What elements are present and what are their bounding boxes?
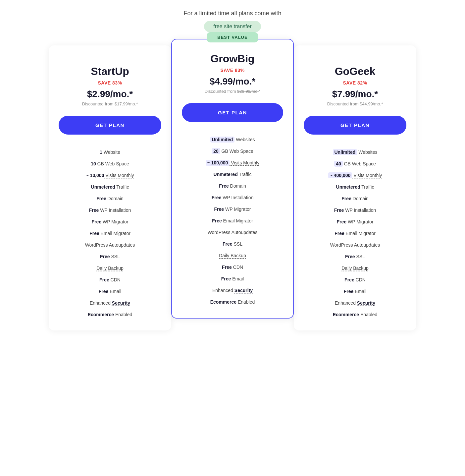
feature-item: Ecommerce Enabled [59, 309, 161, 321]
feature-text: Email Migrator [99, 231, 130, 236]
feature-text: WP Migrator [224, 207, 251, 212]
feature-text: Visits Monthly [352, 173, 382, 178]
plan-price-growbig: $4.99/mo.* [182, 76, 283, 87]
plan-price-gogeek: $7.99/mo.* [304, 89, 406, 99]
feature-item: ~ 100,000 Visits Monthly [182, 157, 283, 169]
feature-item: Unmetered Traffic [59, 181, 161, 193]
feature-bold: Security [234, 288, 253, 293]
feature-text: Domain [106, 196, 124, 201]
feature-text: WP Migrator [346, 219, 373, 224]
feature-bold: Free [212, 218, 222, 223]
features-list-growbig: Unlimited Websites20 GB Web Space~ 100,0… [182, 134, 283, 308]
original-price-growbig: Discounted from $29.99/mo.* [182, 89, 283, 94]
feature-item: 20 GB Web Space [182, 146, 283, 157]
feature-item: Free Email [304, 286, 406, 297]
feature-bold: ~ 10,000 [86, 173, 104, 178]
feature-item: Free CDN [59, 274, 161, 286]
get-plan-button-growbig[interactable]: GET PLAN [182, 103, 283, 122]
original-price-gogeek: Discounted from $44.99/mo.* [304, 101, 406, 106]
feature-text: CDN [232, 265, 243, 270]
feature-item: Free Email [59, 286, 161, 297]
save-badge-growbig: SAVE 83% [182, 68, 283, 73]
feature-bold: Free [221, 276, 231, 281]
get-plan-button-gogeek[interactable]: GET PLAN [304, 116, 406, 135]
save-badge-gogeek: SAVE 82% [304, 80, 406, 86]
feature-text: Email Migrator [344, 231, 376, 236]
feature-text: Traffic [360, 184, 374, 190]
feature-text: Visits Monthly [230, 160, 259, 165]
feature-text: Email [353, 289, 366, 294]
feature-bold: Free [219, 183, 229, 189]
feature-item: Free Email Migrator [182, 215, 283, 227]
feature-text: Website [102, 149, 120, 155]
feature-bold: Free [89, 231, 99, 236]
top-banner: For a limited time all plans come with f… [7, 10, 458, 32]
free-transfer-badge: free site transfer [204, 21, 261, 32]
feature-text: Enabled [236, 299, 255, 305]
feature-item: Free Email Migrator [59, 228, 161, 239]
feature-text: Websites [234, 137, 255, 142]
feature-text: WordPress Autoupdates [208, 230, 258, 235]
feature-text: WordPress Autoupdates [85, 242, 135, 248]
feature-text: WP Migrator [101, 219, 128, 224]
feature-bold: Unlimited [333, 149, 357, 155]
feature-text: GB Web Space [343, 161, 376, 166]
feature-bold: 40 [334, 161, 343, 167]
feature-bold: Free [223, 241, 232, 247]
feature-item: Free Domain [182, 180, 283, 192]
feature-bold: Ecommerce [210, 299, 236, 305]
feature-text: GB Web Space [96, 161, 129, 166]
feature-bold: 20 [212, 148, 220, 154]
feature-item: Ecommerce Enabled [304, 309, 406, 321]
feature-bold: Ecommerce [88, 312, 114, 317]
feature-item: Unmetered Traffic [304, 181, 406, 193]
feature-bold: 1 [100, 149, 102, 155]
feature-bold: Ecommerce [333, 312, 359, 317]
feature-bold: Free [222, 265, 232, 270]
feature-item: Free CDN [182, 262, 283, 273]
feature-item: ~ 10,000 Visits Monthly [59, 170, 161, 181]
feature-bold: Free [344, 277, 354, 282]
feature-item: Unlimited Websites [182, 134, 283, 146]
features-list-startup: 1 Website10 GB Web Space~ 10,000 Visits … [59, 147, 161, 321]
feature-text: Enabled [359, 312, 377, 317]
features-list-gogeek: Unlimited Websites40 GB Web Space~ 400,0… [304, 147, 406, 321]
feature-bold: Free [344, 289, 354, 294]
feature-item: Daily Backup [304, 263, 406, 274]
feature-bold: Free [212, 195, 222, 200]
feature-item: Unlimited Websites [304, 147, 406, 158]
feature-text: WP Installation [99, 208, 131, 213]
feature-text: Email [231, 276, 244, 281]
feature-item: Free Email [182, 273, 283, 285]
feature-text: Email Migrator [222, 218, 253, 223]
feature-text: CDN [109, 277, 121, 282]
feature-bold: Free [99, 277, 109, 282]
feature-text: Daily Backup [341, 266, 369, 271]
plan-card-startup: StartUpSAVE 83%$2.99/mo.*Discounted from… [49, 45, 171, 330]
feature-item: Enhanced Security [304, 297, 406, 309]
feature-item: Free WP Installation [59, 205, 161, 216]
feature-item: Free WP Migrator [304, 216, 406, 228]
feature-text: Enhanced [212, 288, 234, 293]
feature-item: WordPress Autoupdates [59, 239, 161, 251]
feature-item: Free CDN [304, 274, 406, 286]
feature-item: Daily Backup [182, 250, 283, 262]
feature-text: Enhanced [335, 300, 357, 306]
get-plan-button-startup[interactable]: GET PLAN [59, 116, 161, 135]
feature-item: Free Domain [304, 193, 406, 205]
feature-bold: Unmetered [214, 172, 238, 177]
feature-bold: ~ 400,000 [328, 172, 352, 178]
feature-bold: Free [214, 207, 224, 212]
best-value-badge: BEST VALUE [207, 32, 258, 42]
feature-item: Ecommerce Enabled [182, 296, 283, 308]
feature-text: Daily Backup [96, 266, 124, 271]
feature-item: Daily Backup [59, 263, 161, 274]
feature-text: Domain [351, 196, 369, 201]
feature-item: Enhanced Security [182, 285, 283, 296]
feature-item: 1 Website [59, 147, 161, 158]
feature-bold: Free [99, 289, 109, 294]
feature-bold: ~ 100,000 [206, 160, 230, 166]
feature-bold: Free [336, 219, 346, 224]
feature-item: WordPress Autoupdates [182, 227, 283, 238]
feature-item: 10 GB Web Space [59, 158, 161, 170]
